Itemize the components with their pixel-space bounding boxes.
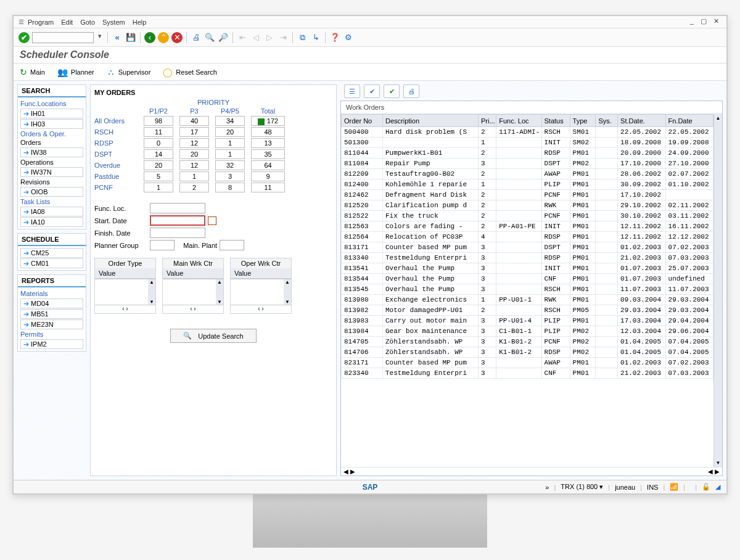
priority-row-Pastdue[interactable]: Pastdue: [94, 173, 138, 180]
table-row[interactable]: 5013001INITSM0218.09.200819.09.2008: [342, 138, 713, 148]
cell-p45-6[interactable]: 8: [215, 183, 245, 192]
funcloc-input[interactable]: [150, 203, 205, 213]
col-priority[interactable]: Pri...: [478, 115, 496, 127]
table-row[interactable]: 814706Zöhlerstandsabh. WP3K1-B01-2RDSPPM…: [342, 347, 713, 358]
action-reset[interactable]: ◯Reset Search: [163, 67, 217, 77]
scroll-up-icon[interactable]: ▲: [216, 279, 223, 285]
col-sys[interactable]: Sys.: [596, 115, 618, 127]
vertical-scrollbar[interactable]: ▲▼: [713, 114, 722, 467]
enter-icon[interactable]: ✔: [18, 32, 30, 43]
filterbox-nav[interactable]: ‹ ›: [95, 305, 155, 313]
lock-icon[interactable]: 🔓: [702, 483, 710, 491]
cell-total-2[interactable]: 13: [251, 138, 285, 148]
scroll-down-icon[interactable]: ▼: [284, 299, 291, 305]
priority-row-DSPT[interactable]: DSPT: [94, 150, 138, 158]
cancel-icon[interactable]: ✕: [171, 32, 183, 43]
orders-oper-label[interactable]: Orders & Oper.: [20, 130, 83, 138]
cell-p45-4[interactable]: 32: [215, 160, 245, 170]
tab-3[interactable]: ✔: [384, 84, 400, 98]
cell-p12-1[interactable]: 11: [144, 127, 173, 137]
table-row[interactable]: 823340Testmeldung Enterpri3CNFPM0121.02.…: [342, 368, 713, 379]
cell-total-5[interactable]: 9: [251, 171, 285, 181]
table-row[interactable]: 813983Carry out motor main3PP-U01-4PLIPP…: [342, 316, 713, 326]
priority-row-All Orders[interactable]: All Orders: [94, 117, 138, 125]
table-row[interactable]: 823171Counter based MP pum3AWAPPM0101.02…: [342, 358, 713, 368]
cell-p12-4[interactable]: 20: [144, 160, 173, 170]
cell-p45-5[interactable]: 3: [215, 171, 245, 181]
help-icon[interactable]: ❓: [329, 32, 340, 43]
cell-p12-2[interactable]: 0: [144, 138, 173, 148]
back-double-icon[interactable]: «: [112, 32, 123, 43]
col-stdate[interactable]: St.Date.: [618, 115, 665, 127]
scroll-left2-icon[interactable]: ◀: [708, 468, 713, 475]
tcode-CM25[interactable]: ➔CM25: [20, 248, 83, 258]
tcode-input[interactable]: [32, 32, 94, 43]
update-search-button[interactable]: 🔍 Update Search: [170, 329, 256, 343]
menu-system[interactable]: System: [102, 19, 125, 26]
table-row[interactable]: 813545Overhaul the Pump3RSCHPM0111.07.20…: [342, 284, 713, 295]
scroll-down-icon[interactable]: ▼: [148, 299, 155, 305]
cell-p3-5[interactable]: 1: [179, 171, 209, 181]
cell-total-3[interactable]: 35: [251, 149, 285, 159]
table-row[interactable]: 813171Counter based MP pum3DSPTPM0101.02…: [342, 242, 713, 253]
tcode-ME23N[interactable]: ➔ME23N: [20, 319, 83, 329]
cell-p12-0[interactable]: 98: [144, 116, 173, 126]
table-row[interactable]: 812209Testauftrag00-B022AWAPPM0128.06.20…: [342, 169, 713, 179]
back-icon[interactable]: ‹: [144, 32, 155, 43]
window-controls[interactable]: _ ▢ ✕: [690, 17, 722, 25]
tcode-IA10[interactable]: ➔IA10: [20, 217, 83, 227]
priority-row-PCNF[interactable]: PCNF: [94, 184, 138, 191]
cell-total-0[interactable]: 172: [251, 116, 285, 126]
col-order-no[interactable]: Order No: [342, 115, 383, 127]
table-row[interactable]: 812564Relocation of PC03P4RDSPPM0112.11.…: [342, 232, 713, 242]
tcode-IPM2[interactable]: ➔IPM2: [20, 339, 83, 349]
table-row[interactable]: 812520Clarification pump d2RWKPM0129.10.…: [342, 200, 713, 211]
cell-total-4[interactable]: 64: [251, 160, 285, 170]
print-icon[interactable]: 🖨: [191, 32, 202, 43]
cell-p45-2[interactable]: 1: [215, 138, 245, 148]
table-row[interactable]: 500400Hard disk problem (S21171-ADMI-RSC…: [342, 127, 713, 138]
filterbox-nav[interactable]: ‹ ›: [163, 305, 223, 313]
shortcut-icon[interactable]: ↳: [310, 32, 321, 43]
tcode-CM01[interactable]: ➔CM01: [20, 258, 83, 268]
tcode-IW38[interactable]: ➔IW38: [20, 147, 83, 157]
table-row[interactable]: 812462Defragment Hard Disk2PCNFPM0117.10…: [342, 190, 713, 200]
menu-edit[interactable]: Edit: [61, 19, 73, 26]
table-row[interactable]: 811044PumpwerkK1-B012RDSPPM0120.09.20002…: [342, 148, 713, 159]
funcloc-label[interactable]: Func.Locations: [20, 100, 83, 107]
scroll-up-icon[interactable]: ▲: [284, 279, 291, 285]
tcode-IW37N[interactable]: ➔IW37N: [20, 167, 83, 177]
scroll-up-icon[interactable]: ▲: [716, 115, 721, 121]
cell-p12-6[interactable]: 1: [144, 183, 173, 192]
permits-label[interactable]: Permits: [20, 331, 83, 338]
cell-p3-2[interactable]: 12: [179, 138, 209, 148]
priority-row-RDSP[interactable]: RDSP: [94, 139, 138, 147]
cell-total-6[interactable]: 11: [251, 183, 285, 192]
expand-icon[interactable]: »: [545, 484, 549, 491]
tcode-IH03[interactable]: ➔IH03: [20, 119, 83, 129]
cell-p12-3[interactable]: 14: [144, 149, 173, 159]
action-planner[interactable]: 👥Planner: [57, 67, 94, 77]
tasklists-label[interactable]: Task Lists: [20, 198, 83, 205]
cell-p12-5[interactable]: 5: [144, 171, 173, 181]
menu-icon[interactable]: ☰: [18, 19, 24, 25]
cell-p3-6[interactable]: 2: [179, 183, 209, 192]
cell-p45-3[interactable]: 1: [215, 149, 245, 159]
menu-program[interactable]: Program: [28, 19, 54, 26]
new-session-icon[interactable]: ⧉: [297, 32, 308, 43]
table-row[interactable]: 813982Motor damagedPP-U012RSCHPM0529.03.…: [342, 305, 713, 316]
filterbox-list[interactable]: ▲▼: [95, 279, 155, 305]
col-fndate[interactable]: Fn.Date: [665, 115, 713, 127]
scroll-left-icon[interactable]: ◀: [343, 468, 348, 475]
tcode-OIOB[interactable]: ➔OIOB: [20, 187, 83, 197]
table-row[interactable]: 814705Zöhlerstandsabh. WP3K1-B01-2PCNFPM…: [342, 337, 713, 347]
tcode-MD04[interactable]: ➔MD04: [20, 299, 83, 308]
filterbox-list[interactable]: ▲▼: [163, 279, 223, 305]
scroll-up-icon[interactable]: ▲: [148, 279, 155, 285]
table-row[interactable]: 811084Repair Pump3DSPTPM0217.10.200027.1…: [342, 159, 713, 169]
priority-row-Overdue[interactable]: Overdue: [94, 162, 138, 169]
tcode-IH01[interactable]: ➔IH01: [20, 109, 83, 118]
tab-4[interactable]: 🖨: [403, 84, 419, 98]
cell-p3-0[interactable]: 40: [179, 116, 209, 126]
menu-help[interactable]: Help: [133, 19, 147, 26]
